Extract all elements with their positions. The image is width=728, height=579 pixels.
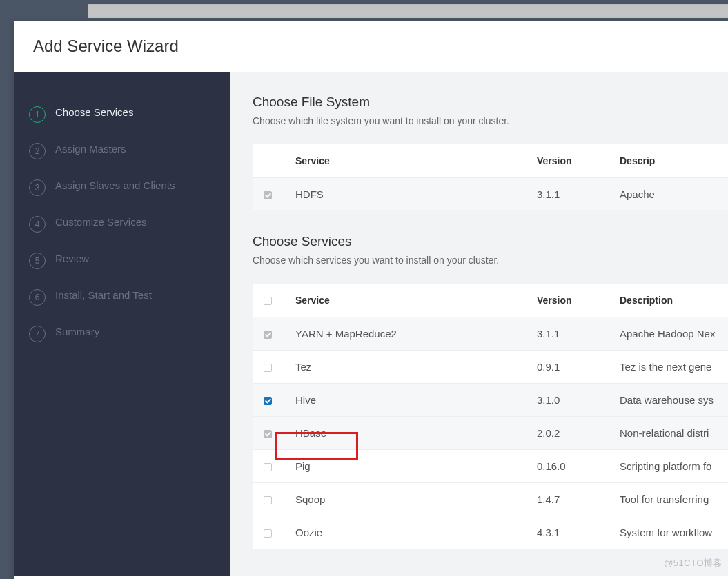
table-row: Oozie 4.3.1 System for workflow xyxy=(253,516,728,549)
step-customize-services[interactable]: 4 Customize Services xyxy=(14,206,230,242)
service-name: Sqoop xyxy=(295,483,537,516)
step-number-icon: 7 xyxy=(29,326,46,342)
table-row: HBase 2.0.2 Non-relational distri xyxy=(253,417,728,450)
col-version: Version xyxy=(537,144,620,178)
modal-title: Add Service Wizard xyxy=(33,37,709,56)
wizard-modal: Add Service Wizard 1 Choose Services 2 A… xyxy=(14,21,728,579)
step-label: Customize Services xyxy=(55,215,147,229)
step-review[interactable]: 5 Review xyxy=(14,242,230,279)
service-name: Tez xyxy=(295,351,537,384)
step-install-start-test[interactable]: 6 Install, Start and Test xyxy=(14,279,230,315)
service-name: Pig xyxy=(295,450,537,483)
service-name: Hive xyxy=(295,384,537,417)
modal-header: Add Service Wizard xyxy=(14,21,728,72)
filesystem-panel: Service Version Descrip HDFS 3.1.1 Apach… xyxy=(253,144,728,210)
services-panel: Service Version Description YARN + MapRe… xyxy=(253,284,728,549)
checkbox-oozie[interactable] xyxy=(264,529,272,538)
wizard-sidebar: 1 Choose Services 2 Assign Masters 3 Ass… xyxy=(14,72,230,576)
table-row: Tez 0.9.1 Tez is the next gene xyxy=(253,351,728,384)
checkbox-hive[interactable] xyxy=(264,397,272,405)
service-desc: Apache Hadoop Nex xyxy=(620,317,728,351)
checkbox-yarn[interactable] xyxy=(264,331,272,339)
service-version: 1.4.7 xyxy=(537,483,620,516)
services-subtitle: Choose which services you want to instal… xyxy=(253,255,728,266)
col-description: Description xyxy=(620,284,728,317)
service-desc: Scripting platform fo xyxy=(620,450,728,483)
step-number-icon: 2 xyxy=(29,143,46,159)
col-version: Version xyxy=(537,284,620,317)
service-version: 4.3.1 xyxy=(537,516,620,549)
checkbox-sqoop[interactable] xyxy=(264,496,272,504)
service-name: HDFS xyxy=(295,178,537,211)
table-row: Sqoop 1.4.7 Tool for transferring xyxy=(253,483,728,516)
checkbox-tez[interactable] xyxy=(264,364,272,372)
service-desc: Data warehouse sys xyxy=(620,384,728,417)
topbar-strip xyxy=(88,4,728,18)
table-row: HDFS 3.1.1 Apache xyxy=(253,178,728,211)
step-label: Assign Slaves and Clients xyxy=(55,179,175,193)
checkbox-select-all[interactable] xyxy=(264,297,272,305)
table-row: Pig 0.16.0 Scripting platform fo xyxy=(253,450,728,483)
watermark: @51CTO博客 xyxy=(664,557,722,569)
filesystem-table: Service Version Descrip HDFS 3.1.1 Apach… xyxy=(253,144,728,210)
step-label: Choose Services xyxy=(55,106,133,119)
service-version: 3.1.1 xyxy=(537,317,620,351)
table-row: Hive 3.1.0 Data warehouse sys xyxy=(253,384,728,417)
service-version: 2.0.2 xyxy=(537,417,620,450)
service-name: HBase xyxy=(295,417,537,450)
col-description: Descrip xyxy=(620,144,728,178)
step-assign-masters[interactable]: 2 Assign Masters xyxy=(14,133,230,169)
service-desc: System for workflow xyxy=(620,516,728,549)
service-version: 3.1.1 xyxy=(537,178,620,211)
wizard-content: Choose File System Choose which file sys… xyxy=(230,72,728,576)
service-desc: Apache xyxy=(620,178,728,211)
step-label: Assign Masters xyxy=(55,142,126,156)
table-row: YARN + MapReduce2 3.1.1 Apache Hadoop Ne… xyxy=(253,317,728,351)
filesystem-title: Choose File System xyxy=(253,95,728,110)
modal-body: 1 Choose Services 2 Assign Masters 3 Ass… xyxy=(14,72,728,576)
col-service: Service xyxy=(295,144,537,178)
services-title: Choose Services xyxy=(253,234,728,249)
step-summary[interactable]: 7 Summary xyxy=(14,315,230,352)
service-name: Oozie xyxy=(295,516,537,549)
step-number-icon: 1 xyxy=(29,106,46,123)
service-desc: Tez is the next gene xyxy=(620,351,728,384)
step-number-icon: 4 xyxy=(29,216,46,233)
checkbox-pig[interactable] xyxy=(264,463,272,471)
filesystem-subtitle: Choose which file system you want to ins… xyxy=(253,115,728,126)
step-assign-slaves[interactable]: 3 Assign Slaves and Clients xyxy=(14,169,230,206)
col-service: Service xyxy=(295,284,537,317)
step-number-icon: 6 xyxy=(29,289,46,306)
checkbox-hdfs[interactable] xyxy=(264,191,272,199)
service-version: 0.9.1 xyxy=(537,351,620,384)
service-name: YARN + MapReduce2 xyxy=(295,317,537,351)
step-label: Install, Start and Test xyxy=(55,288,152,302)
step-label: Summary xyxy=(55,325,99,339)
checkbox-hbase[interactable] xyxy=(264,430,272,438)
service-version: 0.16.0 xyxy=(537,450,620,483)
services-table: Service Version Description YARN + MapRe… xyxy=(253,284,728,549)
service-version: 3.1.0 xyxy=(537,384,620,417)
service-desc: Non-relational distri xyxy=(620,417,728,450)
step-number-icon: 3 xyxy=(29,179,46,196)
service-desc: Tool for transferring xyxy=(620,483,728,516)
step-label: Review xyxy=(55,252,89,266)
step-choose-services[interactable]: 1 Choose Services xyxy=(14,96,230,133)
step-number-icon: 5 xyxy=(29,253,46,269)
